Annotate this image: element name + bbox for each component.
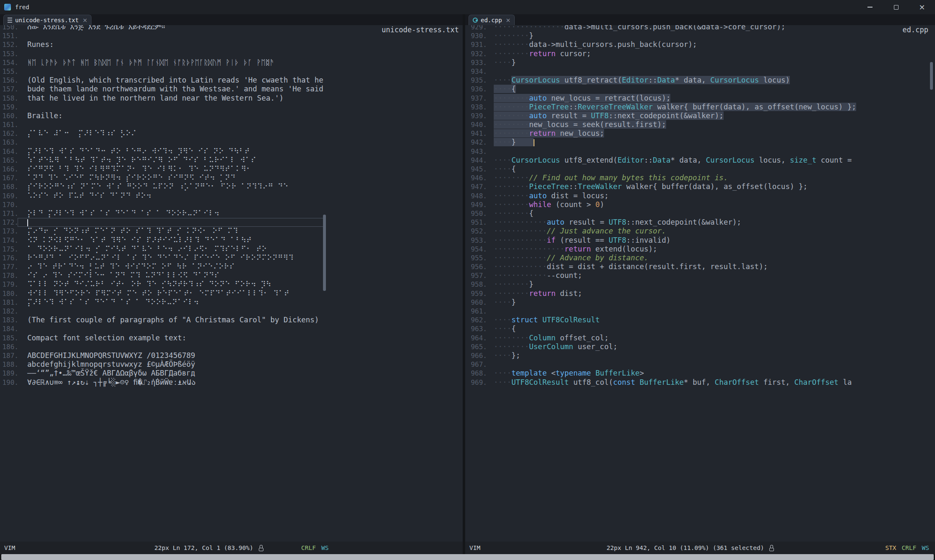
text-line[interactable]: 159.: [0, 103, 463, 111]
text-line[interactable]: 177.⠔ ⠹⠑ ⠞⠗⠁⠙⠑⠲ ⡃⠥⠞ ⠹⠑ ⠺⠊⠎⠙⠕⠍ ⠕⠋ ⠳⠗ ⠁⠝⠊⠑…: [0, 262, 463, 271]
right-scrollbar-thumb[interactable]: [930, 62, 933, 90]
text-line[interactable]: 185.Compact font selection example text:: [0, 334, 463, 342]
code-line[interactable]: 969.····UTF8ColResult utf8_col(const Buf…: [465, 378, 935, 387]
text-line[interactable]: 154.ᚻᛖ ᚳᚹᚫᚦ ᚦᚫᛏ ᚻᛖ ᛒᚢᛞᛖ ᚩᚾ ᚦᚫᛗ ᛚᚪᚾᛞᛖ ᚾᚩᚱ…: [0, 58, 463, 67]
text-line[interactable]: 157.bude thaem lande northweardum with t…: [0, 85, 463, 93]
code-line[interactable]: 931.········data->multi_cursors.push_bac…: [465, 40, 935, 49]
code-line[interactable]: 930.········}: [465, 31, 935, 40]
text-line[interactable]: 180.⠺⠊⠇⠇ ⠹⠻⠑⠋⠕⠗⠑ ⠏⠻⠍⠊⠞ ⠍⠑ ⠞⠕ ⠗⠑⠏⠑⠁⠞⠂ ⠑⠍⠏…: [0, 289, 463, 298]
code-line[interactable]: 955.············// Advance by distance.: [465, 254, 935, 262]
line-number: 188.: [0, 360, 18, 369]
code-line[interactable]: 961.: [465, 307, 935, 316]
editor-left[interactable]: unicode-stress.txt 150.ሰው እንደቤቱ እንጅ እንደ …: [0, 25, 463, 542]
text-line[interactable]: 174.⠪⠝ ⠅⠝⠪⠇⠫⠛⠑⠂ ⠱⠁⠞ ⠹⠻⠑ ⠊⠎ ⠏⠜⠞⠊⠊⠥⠇⠜⠇⠹ ⠙⠑…: [0, 236, 463, 245]
text-line[interactable]: 181.⡍⠜⠇⠑⠹ ⠺⠁⠎ ⠁⠎ ⠙⠑⠁⠙ ⠁⠎ ⠁ ⠙⠕⠕⠗⠤⠝⠁⠊⠇⠲: [0, 298, 463, 307]
tab-unicode-stress[interactable]: unicode-stress.txt ×: [3, 15, 91, 25]
text-line[interactable]: 189.–—‘“”„†•…‰™œŠŸž€ ΑΒΓΔΩαβγδω АБВГДабв…: [0, 369, 463, 378]
text-line[interactable]: 167.⠁⠝⠙ ⠹⠑ ⠡⠊⠑⠋ ⠍⠳⠗⠝⠻⠲ ⡎⠊⠗⠕⠕⠛⠑ ⠎⠊⠛⠝⠫ ⠊⠞⠲…: [0, 174, 463, 182]
text-line[interactable]: 175.⠁ ⠙⠕⠕⠗⠤⠝⠁⠊⠇⠲ ⡊ ⠍⠊⠣⠞ ⠙⠁⠧⠑ ⠃⠑⠲ ⠔⠊⠇⠔⠫⠂ …: [0, 245, 463, 254]
code-line[interactable]: 937.········auto new_locus = retract(loc…: [465, 94, 935, 103]
indent-whitespace: ····: [494, 378, 511, 386]
text-line[interactable]: 152.Runes:: [0, 40, 463, 49]
text-line[interactable]: 186.: [0, 342, 463, 351]
code-line[interactable]: 947.········PieceTree::TreeWalker walker…: [465, 182, 935, 191]
code-line[interactable]: 938.········PieceTree::ReverseTreeWalker…: [465, 103, 935, 111]
text-line[interactable]: 176.⠗⠑⠛⠜⠙ ⠁ ⠊⠕⠋⠋⠔⠤⠝⠁⠊⠇ ⠁⠎ ⠹⠑ ⠙⠑⠁⠙⠑⠌ ⠏⠊⠑⠊…: [0, 254, 463, 262]
text-line[interactable]: 187.ABCDEFGHIJKLMNOPQRSTUVWXYZ /01234567…: [0, 351, 463, 360]
code-line[interactable]: 965.········UserColumn user_col;: [465, 342, 935, 351]
text-line[interactable]: 156.(Old English, which transcribed into…: [0, 76, 463, 85]
code-line[interactable]: 932.········return cursor;: [465, 49, 935, 58]
text-line[interactable]: 182.: [0, 307, 463, 316]
horizontal-scrollbar[interactable]: [1, 554, 934, 560]
code-line[interactable]: 962.····struct UTF8ColResult: [465, 316, 935, 324]
text-line[interactable]: 172.: [0, 218, 463, 227]
maximize-button[interactable]: [883, 0, 909, 14]
code-line[interactable]: 936.····{: [465, 85, 935, 93]
text-line[interactable]: 155.: [0, 67, 463, 76]
code-line[interactable]: 960.····}: [465, 298, 935, 307]
code-line[interactable]: 939.········auto result = UTF8::next_cod…: [465, 111, 935, 120]
code-line[interactable]: 951.············auto result = UTF8::next…: [465, 218, 935, 227]
code-line[interactable]: 957.············--count;: [465, 271, 935, 280]
line-number: 171.: [0, 209, 18, 218]
text-line[interactable]: 160.Braille:: [0, 111, 463, 120]
code-line[interactable]: 929.················data->multi_cursors.…: [465, 25, 935, 31]
code-line[interactable]: 953.············if (result == UTF8::inva…: [465, 236, 935, 245]
line-number: 966.: [465, 351, 487, 360]
close-button[interactable]: ×: [909, 0, 935, 14]
tab-ed-cpp[interactable]: ed.cpp ×: [469, 15, 515, 25]
code-line[interactable]: 963.····{: [465, 324, 935, 333]
code-line[interactable]: 967.: [465, 360, 935, 369]
text-line[interactable]: 162.⡌⠁⠧⠑ ⠼⠁⠒ ⡍⠜⠇⠑⠹⠰⠎ ⡣⠕⠌: [0, 129, 463, 138]
text-line[interactable]: 163.: [0, 138, 463, 147]
left-scrollbar-thumb[interactable]: [323, 215, 326, 291]
text-line[interactable]: 170.: [0, 200, 463, 209]
code-line[interactable]: 958.········}: [465, 280, 935, 289]
code-line[interactable]: 959.········return dist;: [465, 289, 935, 298]
text-line[interactable]: 169.⠡⠕⠎⠑ ⠞⠕ ⠏⠥⠞ ⠙⠊⠎ ⠙⠁⠝⠙ ⠞⠕⠲: [0, 192, 463, 200]
minimize-button[interactable]: [857, 0, 883, 14]
code-line[interactable]: 941.········return new_locus;: [465, 129, 935, 138]
tab-close-icon[interactable]: ×: [83, 17, 88, 23]
text-line[interactable]: 171.⡕⠇⠙ ⡍⠜⠇⠑⠹ ⠺⠁⠎ ⠁⠎ ⠙⠑⠁⠙ ⠁⠎ ⠁ ⠙⠕⠕⠗⠤⠝⠁⠊⠇…: [0, 209, 463, 218]
code-line[interactable]: 943.: [465, 147, 935, 156]
code-line[interactable]: 940.········new_locus = seek(result.firs…: [465, 120, 935, 129]
code-line[interactable]: 945.····{: [465, 165, 935, 174]
code-line[interactable]: 946.········// Find out how many bytes t…: [465, 174, 935, 182]
text-line[interactable]: 173.⡍⠔⠙⠖ ⡊ ⠙⠕⠝⠰⠞ ⠍⠑⠁⠝ ⠞⠕ ⠎⠁⠹ ⠹⠁⠞ ⡊ ⠅⠝⠪⠂ …: [0, 227, 463, 236]
line-number: 157.: [0, 85, 18, 93]
text-line[interactable]: 184.: [0, 324, 463, 333]
indent-whitespace: ················: [494, 245, 565, 253]
text-line[interactable]: 153.: [0, 49, 463, 58]
text-line[interactable]: 188.abcdefghijklmnopqrstuvwxyz £©µÀÆÖÞßé…: [0, 360, 463, 369]
text-line[interactable]: 165.⠱⠁⠞⠑⠧⠻ ⠁⠃⠳⠞ ⠹⠁⠞⠲ ⡹⠑ ⠗⠑⠛⠊⠌⠻ ⠕⠋ ⠙⠊⠎ ⠃⠥…: [0, 156, 463, 165]
text-line[interactable]: 183.(The first couple of paragraphs of "…: [0, 316, 463, 324]
code-line[interactable]: 944.····CursorLocus utf8_extend(Editor::…: [465, 156, 935, 165]
editor-right[interactable]: ed.cpp 929.················data->multi_c…: [465, 25, 935, 542]
code-line[interactable]: 934.: [465, 67, 935, 76]
text-line[interactable]: 166.⠎⠊⠛⠝⠫ ⠃⠹ ⠹⠑ ⠊⠇⠻⠛⠹⠍⠁⠝⠂ ⠹⠑ ⠊⠇⠻⠅⠂ ⠹⠑ ⠥⠝…: [0, 165, 463, 174]
code-line[interactable]: 948.········auto dist = locus;: [465, 192, 935, 200]
tab-close-icon[interactable]: ×: [506, 17, 511, 23]
code-line[interactable]: 949.········while (count > 0): [465, 200, 935, 209]
code-line[interactable]: 935.····CursorLocus utf8_retract(Editor:…: [465, 76, 935, 85]
text-line[interactable]: 178.⠊⠎ ⠔ ⠹⠑ ⠎⠊⠍⠊⠇⠑⠒ ⠁⠝⠙ ⠍⠹ ⠥⠝⠙⠁⠇⠇⠪⠫ ⠙⠁⠝⠙…: [0, 271, 463, 280]
code-line[interactable]: 956.············dist = dist + distance(r…: [465, 262, 935, 271]
code-line[interactable]: 952.············// Just advance the curs…: [465, 227, 935, 236]
text-line[interactable]: 190.∀∂∈ℝ∧∪≡∞ ↑↗↨↻⇣ ┐┼╔╘░►☺♀ ﬁ�⑀₂ἠḂӥẄɐː⍎א…: [0, 378, 463, 387]
text-line[interactable]: 161.: [0, 120, 463, 129]
code-line[interactable]: 964.········Column offset_col;: [465, 334, 935, 342]
text-line[interactable]: 179.⠩⠁⠇⠇ ⠝⠕⠞ ⠙⠊⠌⠥⠗⠃ ⠊⠞⠂ ⠕⠗ ⠹⠑ ⡊⠳⠝⠞⠗⠹⠰⠎ ⠙…: [0, 280, 463, 289]
unlock-icon[interactable]: [259, 545, 264, 551]
unlock-icon[interactable]: [769, 545, 775, 551]
code-line[interactable]: 968.····template <typename BufferLike>: [465, 369, 935, 378]
text-line[interactable]: 164.⡍⠜⠇⠑⠹ ⠺⠁⠎ ⠙⠑⠁⠙⠒ ⠞⠕ ⠃⠑⠛⠔ ⠺⠊⠹⠲ ⡹⠻⠑ ⠊⠎ …: [0, 147, 463, 156]
text-line[interactable]: 168.⡎⠊⠗⠕⠕⠛⠑⠰⠎ ⠝⠁⠍⠑ ⠺⠁⠎ ⠛⠕⠕⠙ ⠥⠏⠕⠝ ⠰⡡⠁⠝⠛⠑⠂…: [0, 182, 463, 191]
code-line[interactable]: 933.····}: [465, 58, 935, 67]
text-line[interactable]: 158.that he lived in the northern land n…: [0, 94, 463, 103]
code-line[interactable]: 942.····}: [465, 138, 935, 147]
code-line[interactable]: 966.····};: [465, 351, 935, 360]
code-line[interactable]: 950.········{: [465, 209, 935, 218]
code-line[interactable]: 954.················return extend(locus)…: [465, 245, 935, 254]
